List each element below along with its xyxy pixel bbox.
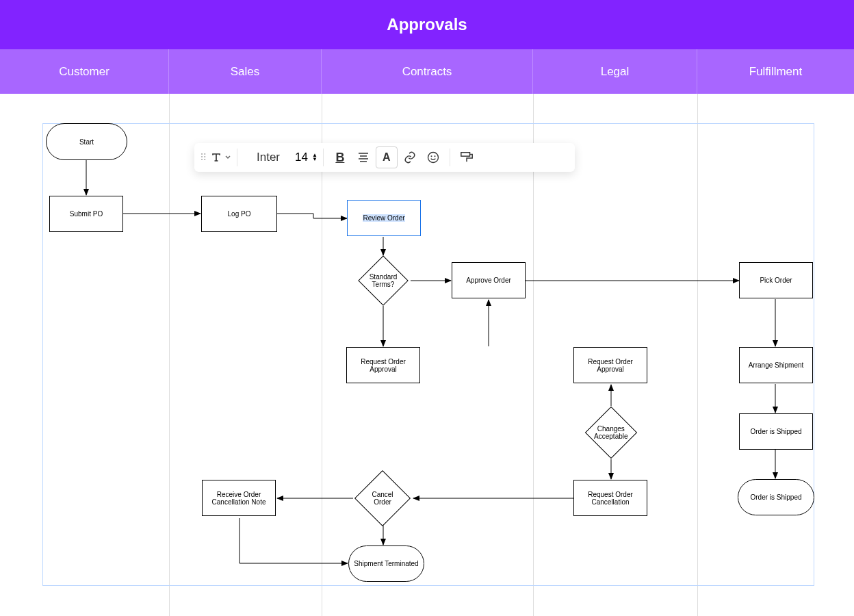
font-size-stepper[interactable]: 14 ▲ ▼ xyxy=(295,151,318,164)
lane-header-customer: Customer xyxy=(0,49,169,94)
node-request-order-cancellation[interactable]: Request Order Cancellation xyxy=(573,480,647,516)
separator xyxy=(450,149,450,166)
lane-label: Sales xyxy=(231,65,260,79)
node-start[interactable]: Start xyxy=(46,123,127,160)
format-painter-icon xyxy=(459,151,474,164)
link-button[interactable] xyxy=(399,146,421,168)
node-receive-order-cancellation-note[interactable]: Receive Order Cancellation Note xyxy=(202,480,276,516)
svg-rect-18 xyxy=(461,153,470,156)
node-order-is-shipped[interactable]: Order is Shipped xyxy=(739,413,813,450)
node-changes-acceptable[interactable]: Changes Acceptable xyxy=(585,407,637,459)
svg-point-16 xyxy=(430,155,432,157)
node-review-order[interactable]: Review Order xyxy=(347,200,421,236)
lane-header-legal: Legal xyxy=(533,49,697,94)
node-label: Log PO xyxy=(228,210,251,218)
node-label: Submit PO xyxy=(70,210,103,218)
lane-divider xyxy=(169,94,170,616)
emoji-icon xyxy=(426,151,440,164)
lane-label: Customer xyxy=(59,65,109,79)
node-label: Request Order Approval xyxy=(577,358,644,373)
text-color-icon: A xyxy=(383,151,391,164)
node-label: Start xyxy=(79,138,94,146)
node-label: Request Order Approval xyxy=(350,358,417,373)
svg-point-17 xyxy=(434,155,435,157)
font-family-selector[interactable]: Inter xyxy=(243,151,294,164)
node-label: Order is Shipped xyxy=(750,493,801,501)
node-order-shipped-end[interactable]: Order is Shipped xyxy=(738,479,814,515)
emoji-button[interactable] xyxy=(422,146,444,168)
node-arrange-shipment[interactable]: Arrange Shipment xyxy=(739,347,813,383)
chevron-down-icon xyxy=(224,154,231,161)
node-approve-order[interactable]: Approve Order xyxy=(452,262,526,298)
lane-divider xyxy=(533,94,534,616)
separator xyxy=(237,149,237,166)
font-size-value: 14 xyxy=(295,151,308,164)
align-center-icon xyxy=(357,151,370,164)
bold-icon: B xyxy=(335,151,344,165)
drag-handle-icon[interactable]: ⠿ xyxy=(200,152,205,163)
link-icon xyxy=(403,151,417,164)
selection-rectangle xyxy=(42,123,814,586)
node-cancel-order[interactable]: Cancel Order xyxy=(354,470,411,526)
node-label: Receive Order Cancellation Note xyxy=(205,491,272,506)
bold-button[interactable]: B xyxy=(329,146,351,168)
node-label: Pick Order xyxy=(760,277,792,284)
node-submit-po[interactable]: Submit PO xyxy=(49,196,123,232)
node-pick-order[interactable]: Pick Order xyxy=(739,262,813,298)
node-label: Order is Shipped xyxy=(750,428,801,435)
node-label: Standard Terms? xyxy=(369,273,398,288)
node-shipment-terminated[interactable]: Shipment Terminated xyxy=(348,546,424,582)
node-label: Arrange Shipment xyxy=(749,361,804,369)
text-color-button[interactable]: A xyxy=(376,146,398,168)
node-log-po[interactable]: Log PO xyxy=(201,196,277,232)
lane-header-sales: Sales xyxy=(169,49,322,94)
page-title: Approvals xyxy=(0,0,854,49)
text-icon xyxy=(209,151,223,164)
lane-divider xyxy=(697,94,698,616)
lane-headers: Customer Sales Contracts Legal Fulfillme… xyxy=(0,49,854,94)
lane-divider xyxy=(322,94,322,616)
page-title-text: Approvals xyxy=(387,15,467,34)
font-name-value: Inter xyxy=(257,151,280,164)
node-label: Approve Order xyxy=(466,277,511,284)
node-label: Cancel Order xyxy=(366,491,399,506)
lane-header-contracts: Contracts xyxy=(322,49,533,94)
connectors xyxy=(0,94,854,616)
lane-header-fulfillment: Fulfillment xyxy=(697,49,854,94)
format-painter-button[interactable] xyxy=(456,146,478,168)
align-button[interactable] xyxy=(352,146,374,168)
separator xyxy=(323,149,324,166)
node-request-order-approval-contracts[interactable]: Request Order Approval xyxy=(346,347,420,383)
node-label: Shipment Terminated xyxy=(354,560,418,567)
node-label-selected: Review Order xyxy=(363,214,404,222)
node-label: Changes Acceptable xyxy=(594,425,627,440)
node-standard-terms[interactable]: Standard Terms? xyxy=(358,255,409,306)
text-style-dropdown[interactable] xyxy=(209,146,231,168)
node-label: Request Order Cancellation xyxy=(577,491,644,506)
diagram-canvas[interactable]: Start Submit PO Log PO Review Order Stan… xyxy=(0,94,854,616)
stepper-down-icon[interactable]: ▼ xyxy=(312,157,318,162)
lane-label: Legal xyxy=(601,65,630,79)
lane-label: Fulfillment xyxy=(749,65,802,79)
node-request-order-approval-legal[interactable]: Request Order Approval xyxy=(573,347,647,383)
svg-point-15 xyxy=(428,153,438,163)
text-format-toolbar[interactable]: ⠿ Inter 14 ▲ ▼ B A xyxy=(194,143,575,172)
lane-label: Contracts xyxy=(402,65,452,79)
